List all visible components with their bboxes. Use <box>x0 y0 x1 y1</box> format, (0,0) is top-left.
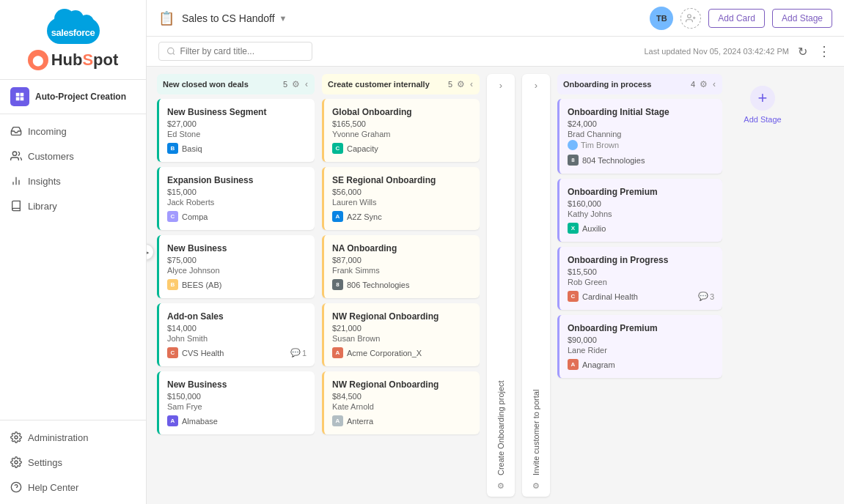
add-stage-label: Add Stage <box>744 115 781 124</box>
col2-cards: Global Onboarding $165,500 Yvonne Graham… <box>322 99 480 497</box>
card-amount: $15,500 <box>568 267 714 276</box>
company-logo: A <box>332 211 343 222</box>
card-footer: B Basiq <box>167 143 307 154</box>
card[interactable]: Add-on Sales $14,000 John Smith C CVS He… <box>157 303 315 366</box>
assigned-user: Tim Brown <box>568 140 714 150</box>
sidebar-item-insights[interactable]: Insights <box>0 168 146 193</box>
comment-badge: 💬3 <box>698 292 714 301</box>
refresh-button[interactable]: ↻ <box>796 43 809 60</box>
card-title: NW Regional Onboarding <box>332 311 471 322</box>
main-nav: Incoming Customers Insights Library <box>0 114 146 420</box>
card[interactable]: Onboarding in Progress $15,500 Rob Green… <box>557 247 722 310</box>
company-logo: 8 <box>568 155 579 166</box>
card-footer: A Anterra <box>332 415 471 426</box>
sidebar-item-library[interactable]: Library <box>0 193 146 218</box>
card-person: Yvonne Graham <box>332 130 471 138</box>
card-amount: $160,000 <box>568 199 714 208</box>
card-amount: $165,500 <box>332 119 471 128</box>
company-name: Basiq <box>182 144 202 153</box>
card[interactable]: Expansion Business $15,000 Jack Roberts … <box>157 167 315 230</box>
col5-header: Onboarding in process 4 ⚙ ‹ <box>557 74 722 94</box>
card-footer: C CVS Health 💬1 <box>167 347 307 358</box>
card[interactable]: New Business $75,000 Alyce Johnson B BEE… <box>157 235 315 298</box>
svg-rect-1 <box>21 93 24 97</box>
card[interactable]: SE Regional Onboarding $56,000 Lauren Wi… <box>322 167 480 230</box>
svg-point-4 <box>12 152 16 155</box>
svg-rect-0 <box>16 93 20 97</box>
card-footer: A Acme Corporation_X <box>332 347 471 358</box>
card[interactable]: Global Onboarding $165,500 Yvonne Graham… <box>322 99 480 162</box>
add-stage-button-top[interactable]: Add Stage <box>772 9 832 28</box>
card-amount: $24,000 <box>568 119 714 128</box>
hubspot-logo: ⬤ HubSpot <box>12 50 134 70</box>
card[interactable]: Onboarding Initial Stage $24,000 Brad Ch… <box>557 99 722 174</box>
card-title: Global Onboarding <box>332 107 471 117</box>
card-amount: $15,000 <box>167 188 307 196</box>
card-person: John Smith <box>167 334 307 343</box>
card-footer: 8 806 Technologies <box>332 279 471 290</box>
col3-settings-btn[interactable]: ⚙ <box>497 481 504 491</box>
pipeline-selector[interactable]: Sales to CS Handoff ▼ <box>182 12 287 24</box>
card[interactable]: NA Onboarding $87,000 Frank Simms 8 806 … <box>322 235 480 298</box>
sidebar-item-customers[interactable]: Customers <box>0 144 146 168</box>
column-onboarding-in-process: Onboarding in process 4 ⚙ ‹ Onboarding I… <box>557 74 722 497</box>
svg-rect-3 <box>21 97 24 101</box>
add-stage-col[interactable]: + Add Stage <box>730 74 796 497</box>
col1-header: New closed won deals 5 ⚙ ‹ <box>157 74 315 94</box>
company-name: A2Z Sync <box>347 212 382 221</box>
card-footer: A Almabase <box>167 415 307 426</box>
add-user-button[interactable] <box>680 8 701 29</box>
col4-expand-btn[interactable]: › <box>535 80 537 91</box>
app-name: Auto-Project Creation <box>35 92 126 102</box>
search-box[interactable] <box>158 42 312 61</box>
card[interactable]: NW Regional Onboarding $21,000 Susan Bro… <box>322 303 480 366</box>
card-title: Add-on Sales <box>167 311 307 322</box>
sidebar-label-incoming: Incoming <box>28 126 67 137</box>
company-logo: A <box>568 359 579 370</box>
card[interactable]: New Business $150,000 Sam Frye A Almabas… <box>157 371 315 434</box>
card-amount: $87,000 <box>332 256 471 264</box>
card-person: Lauren Wills <box>332 198 471 207</box>
card[interactable]: New Business Segment $27,000 Ed Stone B … <box>157 99 315 162</box>
col2-collapse-btn[interactable]: ‹ <box>469 78 474 90</box>
company-logo: B <box>167 143 178 154</box>
col1-title: New closed won deals <box>163 80 279 89</box>
bottom-nav: Administration Settings Help Center <box>0 420 146 504</box>
company-logo: X <box>568 223 579 234</box>
col5-title: Onboarding in process <box>563 80 687 89</box>
company-name: Almabase <box>182 417 218 426</box>
sidebar-item-help[interactable]: Help Center <box>0 475 146 500</box>
col3-title-vertical: Create Onboarding project <box>496 94 505 478</box>
company-logo: C <box>167 347 178 358</box>
add-stage-icon: + <box>750 86 775 111</box>
card-person: Susan Brown <box>332 334 471 343</box>
sidebar: salesforce ⬤ HubSpot Auto-Project Creati… <box>0 0 147 504</box>
card-footer: C Compa <box>167 211 307 222</box>
sidebar-item-administration[interactable]: Administration <box>0 425 146 450</box>
col1-cards: New Business Segment $27,000 Ed Stone B … <box>157 99 315 497</box>
sidebar-item-incoming[interactable]: Incoming <box>0 119 146 144</box>
salesforce-text: salesforce <box>51 27 95 38</box>
col1-settings-btn[interactable]: ⚙ <box>291 78 301 90</box>
search-input[interactable] <box>180 46 304 56</box>
card[interactable]: NW Regional Onboarding $84,500 Kate Arno… <box>322 371 480 434</box>
col4-settings-btn[interactable]: ⚙ <box>532 481 540 491</box>
col5-count: 4 <box>691 80 695 89</box>
add-card-button[interactable]: Add Card <box>708 9 765 28</box>
card-title: Onboarding in Progress <box>568 255 714 265</box>
col1-collapse-btn[interactable]: ‹ <box>304 78 309 90</box>
card-footer: B BEES (AB) <box>167 279 307 290</box>
col5-settings-btn[interactable]: ⚙ <box>699 78 708 90</box>
card[interactable]: Onboarding Premium $160,000 Kathy Johns … <box>557 179 722 242</box>
col5-collapse-btn[interactable]: ‹ <box>712 78 716 90</box>
card-title: Expansion Business <box>167 175 307 185</box>
col3-expand-btn[interactable]: › <box>499 80 502 91</box>
topbar: 📋 Sales to CS Handoff ▼ TB Add Card Add … <box>147 0 844 37</box>
toolbar: Last updated Nov 05, 2024 03:42:42 PM ↻ … <box>147 37 844 67</box>
col2-settings-btn[interactable]: ⚙ <box>456 78 466 90</box>
more-options-button[interactable]: ⋮ <box>816 42 832 61</box>
sidebar-item-settings[interactable]: Settings <box>0 450 146 475</box>
card[interactable]: Onboarding Premium $90,000 Lane Rider A … <box>557 315 722 378</box>
col2-count: 5 <box>448 80 452 89</box>
sidebar-label-help: Help Center <box>28 482 78 493</box>
